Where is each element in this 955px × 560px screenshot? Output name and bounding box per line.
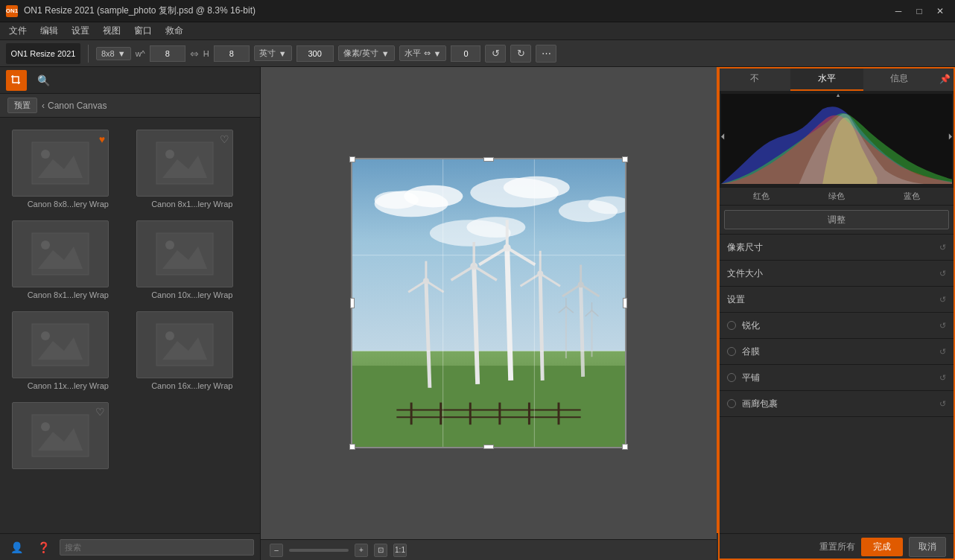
canvas-item-6[interactable]: Canon 16x...lery Wrap (130, 305, 255, 396)
done-button[interactable]: 完成 (861, 538, 903, 556)
photo-container[interactable] (351, 158, 626, 448)
canvas-item-5[interactable]: Canon 11x...lery Wrap (6, 305, 130, 396)
svg-point-14 (41, 331, 50, 340)
center-canvas: – + ⊡ 1:1 (261, 67, 717, 560)
menu-window[interactable]: 窗口 (128, 23, 158, 39)
minimize-button[interactable]: ─ (889, 4, 907, 19)
grain-radio[interactable] (727, 347, 736, 356)
accordion-header-gallery-wrap[interactable]: 画廊包裹 ↺ (718, 391, 955, 416)
menu-edit[interactable]: 编辑 (34, 23, 64, 39)
menu-file[interactable]: 文件 (3, 23, 33, 39)
histogram-area (718, 91, 955, 188)
accordion-header-tile[interactable]: 平铺 ↺ (718, 365, 955, 390)
reset-all-link[interactable]: 重置所有 (819, 541, 855, 553)
canvas-item-label-1: Canon 8x8...lery Wrap (12, 200, 124, 209)
width-input[interactable] (150, 45, 185, 62)
fit-view-button[interactable]: ⊡ (374, 544, 387, 557)
sharpen-radio[interactable] (727, 321, 736, 330)
sidebar-content: 预置 ‹ Canon Canvas ♥ (0, 94, 260, 533)
favorite-icon-7[interactable]: ♡ (95, 406, 105, 418)
adjust-button[interactable]: 调整 (724, 210, 949, 229)
canvas-item-7[interactable]: ♡ (6, 396, 130, 475)
canvas-item-label-4: Canon 10x...lery Wrap (136, 290, 249, 299)
canvas-item-label-5: Canon 11x...lery Wrap (12, 381, 124, 390)
handle-top[interactable] (483, 157, 494, 162)
height-label: H (203, 49, 209, 58)
tab-horizontal[interactable]: 水平 (790, 67, 863, 91)
handle-bottom-left[interactable] (349, 444, 355, 450)
red-channel-label: 红色 (753, 191, 770, 202)
canvas-item-2[interactable]: ♡ Canon 8x1...lery Wrap (130, 124, 255, 214)
height-input[interactable] (214, 45, 250, 62)
gallery-wrap-radio[interactable] (727, 399, 736, 408)
tab-info[interactable]: 信息 (863, 67, 936, 91)
handle-right[interactable] (623, 298, 627, 308)
more-button[interactable]: ⋯ (536, 45, 556, 63)
help-icon-button[interactable]: ❓ (33, 537, 54, 558)
zoom-tool-button[interactable]: 🔍 (33, 70, 54, 91)
handle-top-right[interactable] (622, 156, 628, 162)
svg-line-61 (507, 248, 511, 381)
orientation-dropdown[interactable]: 水平 ⇔ ▼ (399, 45, 447, 61)
accordion-header-pixel-size[interactable]: 像素尺寸 ↺ (718, 235, 955, 260)
svg-line-66 (540, 273, 542, 380)
zoom-in-button[interactable]: + (355, 544, 368, 557)
app-icon: ON1 (6, 5, 18, 17)
canvas-item-3[interactable]: Canon 8x1...lery Wrap (6, 214, 130, 305)
zoom-out-button[interactable]: – (270, 544, 283, 557)
accordion-arrow-0: ↺ (939, 243, 946, 252)
favorite-icon-2[interactable]: ♡ (220, 133, 229, 145)
accordion-header-grain[interactable]: 谷膜 ↺ (718, 339, 955, 364)
panel-pin-button[interactable]: 📌 (936, 67, 955, 91)
accordion-header-sharpen[interactable]: 锐化 ↺ (718, 313, 955, 338)
adjust-button-row: 调整 (718, 206, 955, 235)
tab-bu[interactable]: 不 (718, 67, 790, 91)
handle-bottom-right[interactable] (622, 444, 628, 450)
actual-size-button[interactable]: 1:1 (393, 544, 407, 557)
undo-button[interactable]: ↺ (485, 45, 506, 63)
sidebar-back-button[interactable]: ‹ Canon Canvas (42, 101, 107, 111)
accordion-arrow-2: ↺ (939, 295, 946, 305)
main-layout: 🔍 预置 ‹ Canon Canvas (0, 67, 955, 560)
menu-view[interactable]: 视图 (97, 23, 127, 39)
svg-point-30 (466, 217, 525, 238)
blue-channel-label: 蓝色 (904, 191, 920, 202)
canvas-thumb-1: ♥ (12, 130, 109, 197)
sidebar-header: 预置 ‹ Canon Canvas (0, 94, 260, 118)
size-preset-dropdown[interactable]: 8x8 ▼ (96, 47, 131, 60)
svg-point-5 (165, 150, 174, 159)
handle-left[interactable] (350, 298, 355, 308)
canvas-thumb-6 (136, 311, 233, 378)
handle-top-left[interactable] (349, 156, 355, 162)
accordion-header-settings[interactable]: 设置 ↺ (718, 287, 955, 312)
canvas-thumb-3 (12, 220, 109, 287)
presets-button[interactable]: 预置 (7, 98, 37, 113)
accordion-gallery-wrap: 画廊包裹 ↺ (718, 391, 955, 417)
resolution-input[interactable] (296, 45, 334, 62)
menu-help[interactable]: 救命 (159, 23, 189, 39)
title-bar-left: ON1 ON1 Resize 2021 (sample_photo 复制.psd… (6, 4, 256, 17)
redo-button[interactable]: ↻ (510, 45, 531, 63)
user-icon-button[interactable]: 👤 (6, 537, 27, 558)
canvas-item-1[interactable]: ♥ Canon 8x8...lery Wrap (6, 124, 130, 214)
maximize-button[interactable]: □ (910, 4, 928, 19)
search-input[interactable] (60, 539, 254, 556)
menu-settings[interactable]: 设置 (66, 23, 95, 39)
close-button[interactable]: ✕ (931, 4, 949, 19)
zoom-slider[interactable] (289, 549, 349, 552)
handle-bottom[interactable] (483, 445, 494, 449)
title-text: ON1 Resize 2021 (sample_photo 复制.psd @ 8… (24, 4, 256, 17)
svg-line-71 (581, 284, 583, 377)
accordion-header-file-size[interactable]: 文件大小 ↺ (718, 261, 955, 286)
resolution-unit-dropdown[interactable]: 像素/英寸 ▼ (338, 45, 395, 61)
svg-point-26 (504, 176, 570, 199)
canvas-thumb-4 (136, 220, 233, 287)
rotate-input[interactable] (451, 45, 480, 62)
crop-tool-button[interactable] (6, 70, 27, 91)
unit-dropdown[interactable]: 英寸 ▼ (254, 45, 292, 61)
favorite-icon-1[interactable]: ♥ (99, 133, 105, 145)
canvas-item-4[interactable]: Canon 10x...lery Wrap (130, 214, 255, 305)
tile-radio[interactable] (727, 373, 736, 382)
cancel-button[interactable]: 取消 (909, 537, 946, 557)
histogram-chart (721, 94, 952, 184)
